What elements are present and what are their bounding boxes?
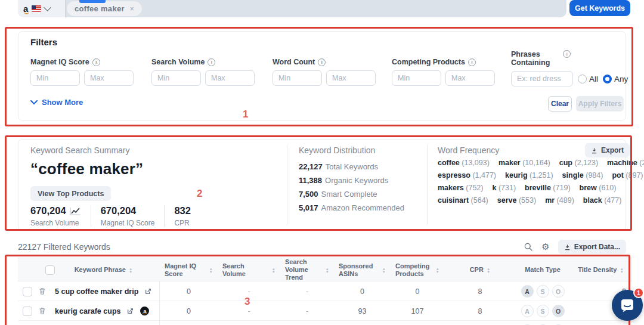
sort-icon[interactable]: ▲▼ bbox=[620, 267, 623, 273]
sort-icon[interactable]: ▲▼ bbox=[382, 267, 386, 273]
view-top-products-button[interactable]: View Top Products bbox=[30, 186, 111, 201]
table-row[interactable]: keurig carafe cups a 0 - - 93 107 8 A S … bbox=[18, 301, 632, 321]
match-type-s[interactable]: S bbox=[537, 305, 549, 317]
column-header-cpr[interactable]: CPR▲▼ bbox=[444, 266, 516, 274]
match-type-a[interactable]: A bbox=[521, 285, 534, 298]
competing-products-min-input[interactable] bbox=[392, 70, 441, 86]
keyword-phrase: keurig carafe cups bbox=[55, 307, 120, 315]
info-icon[interactable]: i bbox=[563, 50, 571, 58]
column-header-competing-products[interactable]: Competing Products▲▼ bbox=[391, 262, 444, 278]
word-frequency-item: coffee (13,093) bbox=[438, 159, 490, 167]
word-count-max-input[interactable] bbox=[326, 70, 376, 86]
radio-all-label[interactable]: All bbox=[589, 75, 598, 83]
word-frequency-item: machine (2,041) bbox=[607, 159, 644, 167]
word-frequency-list: coffee (13,093) maker (10,164) cup (2,12… bbox=[438, 159, 617, 209]
row-checkbox[interactable] bbox=[23, 287, 32, 296]
select-all-checkbox[interactable] bbox=[45, 265, 55, 275]
info-icon[interactable]: i bbox=[318, 58, 326, 66]
info-icon[interactable]: i bbox=[468, 58, 476, 66]
column-header-sponsored-asins[interactable]: Sponsored ASINs▲▼ bbox=[334, 262, 391, 278]
word-frequency-item: brew (610) bbox=[580, 184, 617, 192]
match-type-s[interactable]: S bbox=[537, 285, 549, 298]
radio-any-label[interactable]: Any bbox=[614, 75, 628, 83]
match-type-badges: A S O bbox=[516, 285, 569, 298]
word-frequency-item: keurig (1,251) bbox=[505, 171, 553, 179]
match-type-o[interactable]: O bbox=[552, 285, 565, 298]
column-header-magnet-iq[interactable]: Magnet IQ Score▲▼ bbox=[160, 262, 218, 278]
radio-all[interactable] bbox=[578, 75, 587, 83]
sort-icon[interactable]: ▲▼ bbox=[129, 267, 132, 273]
column-header-match-type[interactable]: Match Type bbox=[516, 266, 569, 274]
phrases-containing-input[interactable] bbox=[511, 71, 573, 86]
filter-label: Search Volume bbox=[151, 58, 205, 66]
trash-icon[interactable] bbox=[38, 287, 47, 296]
magnet-iq-value: 0 bbox=[160, 307, 218, 315]
chevron-down-icon bbox=[30, 100, 38, 105]
distribution-item: 5,017Amazon Recommended bbox=[299, 203, 404, 212]
search-volume-max-input[interactable] bbox=[205, 70, 255, 86]
chevron-down-icon bbox=[44, 4, 51, 11]
external-link-icon[interactable] bbox=[126, 307, 134, 315]
magnet-iq-min-input[interactable] bbox=[30, 70, 80, 86]
table-row[interactable]: 5 cup coffee maker drip 0 - - 0 0 8 A S … bbox=[18, 281, 632, 301]
tooltip-pointer-bar bbox=[79, 0, 106, 3]
filter-magnet-iq-score: Magnet IQ Scorei bbox=[30, 58, 134, 86]
cpr-value: 8 bbox=[444, 307, 516, 315]
distribution-title: Keyword Distribution bbox=[299, 146, 375, 155]
remove-tag-icon[interactable]: × bbox=[130, 5, 134, 13]
stat-magnet-iq: 670,204 Magnet IQ Score bbox=[101, 205, 165, 227]
show-more-toggle[interactable]: Show More bbox=[30, 98, 83, 107]
column-header-title-density[interactable]: Title Density▲▼ bbox=[569, 266, 632, 274]
get-keywords-button[interactable]: Get Keywords bbox=[569, 0, 630, 16]
match-type-o[interactable]: O bbox=[552, 305, 565, 317]
competing-products-value: 107 bbox=[391, 307, 444, 315]
info-icon[interactable]: i bbox=[208, 58, 215, 66]
table-header-row: Keyword Phrase▲▼ Magnet IQ Score▲▼ Searc… bbox=[18, 258, 632, 281]
column-header-search-volume[interactable]: Search Volume▲▼ bbox=[218, 262, 280, 278]
stat-search-volume: 670,204 Search Volume bbox=[30, 205, 91, 227]
filter-word-count: Word Counti bbox=[273, 58, 376, 86]
gear-icon[interactable]: ⚙ bbox=[541, 242, 549, 252]
word-frequency-item: cup (2,123) bbox=[559, 159, 598, 167]
sort-icon[interactable]: ▲▼ bbox=[209, 267, 213, 273]
table-row[interactable]: a A S O bbox=[18, 321, 632, 325]
sort-icon[interactable]: ▲▼ bbox=[436, 267, 439, 273]
us-flag-icon bbox=[32, 5, 41, 12]
search-volume-value: - bbox=[218, 307, 280, 315]
info-icon[interactable]: i bbox=[92, 58, 100, 66]
marketplace-selector[interactable]: a bbox=[18, 0, 66, 17]
filtered-keywords-count: 22127 Filtered Keywords bbox=[18, 242, 110, 252]
match-type-a[interactable]: A bbox=[521, 305, 534, 317]
search-icon[interactable] bbox=[524, 242, 533, 252]
word-frequency-export-button[interactable]: Export bbox=[585, 143, 630, 157]
sort-icon[interactable]: ▲▼ bbox=[272, 267, 275, 273]
word-count-min-input[interactable] bbox=[273, 70, 322, 86]
distribution-item: 7,500Smart Complete bbox=[299, 190, 404, 199]
column-header-sv-trend[interactable]: Search Volume Trend▲▼ bbox=[280, 258, 334, 281]
filters-title: Filters bbox=[30, 37, 57, 47]
keyword-tag[interactable]: coffee maker × bbox=[67, 1, 142, 16]
word-frequency-item: pot (897) bbox=[612, 171, 643, 179]
search-volume-min-input[interactable] bbox=[151, 70, 201, 86]
row-checkbox[interactable] bbox=[23, 307, 32, 316]
trend-chart-icon[interactable] bbox=[70, 207, 81, 215]
external-link-icon[interactable] bbox=[144, 287, 152, 295]
radio-any[interactable] bbox=[603, 75, 612, 83]
column-header-keyword-phrase[interactable]: Keyword Phrase▲▼ bbox=[18, 265, 160, 275]
clear-button[interactable]: Clear bbox=[548, 96, 572, 112]
searched-keyword: “coffee maker” bbox=[30, 160, 143, 178]
download-icon bbox=[591, 147, 597, 154]
filter-label: Word Count bbox=[273, 58, 315, 66]
sort-icon[interactable]: ▲▼ bbox=[326, 267, 329, 273]
magnet-iq-max-input[interactable] bbox=[84, 70, 134, 86]
word-frequency-item: espresso (1,477) bbox=[438, 171, 496, 179]
trash-icon[interactable] bbox=[38, 307, 47, 315]
apply-filters-button[interactable]: Apply Filters bbox=[576, 96, 624, 112]
export-data-button[interactable]: Export Data... bbox=[558, 240, 626, 254]
summary-title: Keyword Search Summary bbox=[30, 146, 130, 155]
sort-icon[interactable]: ▲▼ bbox=[487, 267, 490, 273]
sponsored-asins-value: 93 bbox=[334, 307, 391, 315]
competing-products-max-input[interactable] bbox=[445, 70, 495, 86]
show-more-label: Show More bbox=[42, 98, 83, 107]
word-frequency-title: Word Frequency bbox=[438, 146, 499, 155]
